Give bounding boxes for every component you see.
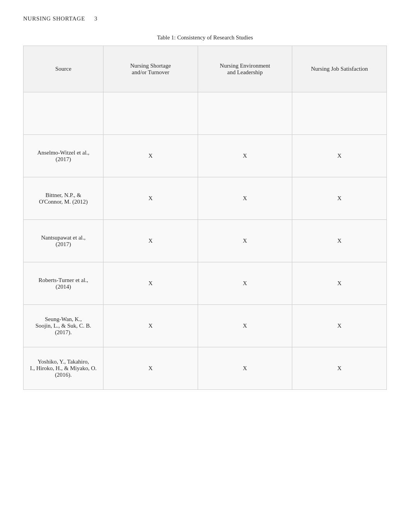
table-caption: Table 1: Consistency of Research Studies <box>23 34 387 41</box>
cell-shortage: X <box>103 220 198 262</box>
col-header-source: Source <box>24 46 103 92</box>
table-row: Roberts-Turner et al., (2014)XXX <box>24 262 387 305</box>
page-header: NURSING SHORTAGE 3 <box>23 15 387 22</box>
cell-source: Seung-Wan, K., Soojin, L., & Suk, C. B. … <box>24 305 103 347</box>
cell-environment: X <box>198 177 292 220</box>
table-row: Yoshiko, Y., Takahiro, I., Hiroko, H., &… <box>24 347 387 390</box>
col-header-shortage: Nursing Shortageand/or Turnover <box>103 46 198 92</box>
cell-shortage: X <box>103 177 198 220</box>
cell-satisfaction: X <box>292 135 387 177</box>
cell-environment: X <box>198 262 292 305</box>
table-row: Bittner, N.P., & O'Connor, M. (2012)XXX <box>24 177 387 220</box>
cell-source: Anselmo-Witzel et al., (2017) <box>24 135 103 177</box>
cell-environment <box>198 92 292 135</box>
cell-source: Yoshiko, Y., Takahiro, I., Hiroko, H., &… <box>24 347 103 390</box>
research-table: Source Nursing Shortageand/or Turnover N… <box>23 46 387 390</box>
page-number: 3 <box>94 15 97 22</box>
cell-satisfaction: X <box>292 220 387 262</box>
cell-environment: X <box>198 220 292 262</box>
cell-environment: X <box>198 135 292 177</box>
col-header-satisfaction: Nursing Job Satisfaction <box>292 46 387 92</box>
cell-environment: X <box>198 305 292 347</box>
cell-shortage: X <box>103 262 198 305</box>
cell-shortage: X <box>103 347 198 390</box>
page-title: NURSING SHORTAGE <box>23 15 85 22</box>
table-header-row: Source Nursing Shortageand/or Turnover N… <box>24 46 387 92</box>
cell-source: Nantsupawat et al., (2017) <box>24 220 103 262</box>
cell-environment: X <box>198 347 292 390</box>
cell-shortage: X <box>103 135 198 177</box>
cell-source <box>24 92 103 135</box>
table-row: Anselmo-Witzel et al., (2017)XXX <box>24 135 387 177</box>
cell-shortage <box>103 92 198 135</box>
cell-satisfaction: X <box>292 262 387 305</box>
cell-satisfaction: X <box>292 305 387 347</box>
cell-source: Roberts-Turner et al., (2014) <box>24 262 103 305</box>
table-row: Nantsupawat et al., (2017)XXX <box>24 220 387 262</box>
table-row <box>24 92 387 135</box>
cell-source: Bittner, N.P., & O'Connor, M. (2012) <box>24 177 103 220</box>
col-header-environment: Nursing Environmentand Leadership <box>198 46 292 92</box>
cell-shortage: X <box>103 305 198 347</box>
table-row: Seung-Wan, K., Soojin, L., & Suk, C. B. … <box>24 305 387 347</box>
cell-satisfaction: X <box>292 177 387 220</box>
cell-satisfaction: X <box>292 347 387 390</box>
cell-satisfaction <box>292 92 387 135</box>
